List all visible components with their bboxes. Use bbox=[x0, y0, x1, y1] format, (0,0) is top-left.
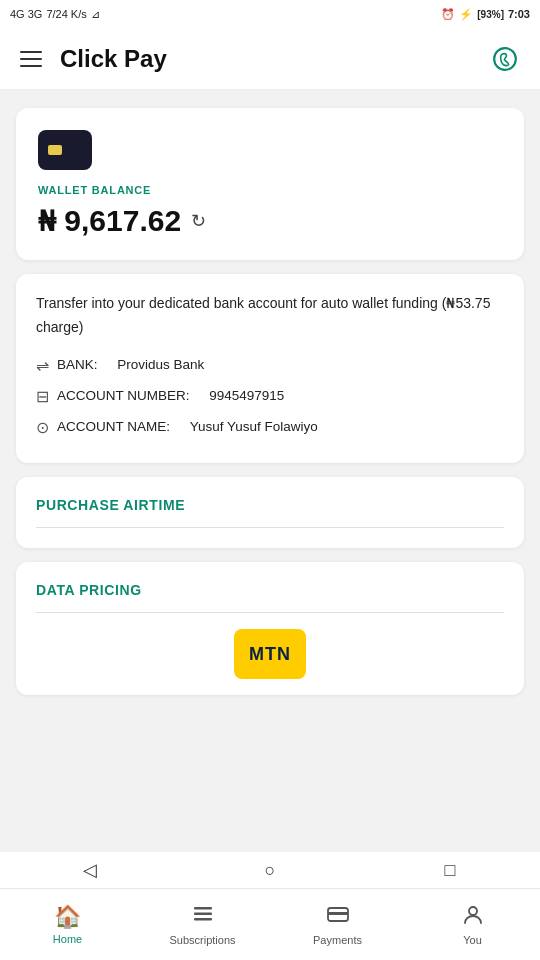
system-nav-bar: ◁ ○ □ bbox=[0, 852, 540, 888]
data-pricing-title: DATA PRICING bbox=[36, 582, 504, 598]
battery-icon: [93%] bbox=[477, 9, 504, 20]
wallet-icon bbox=[38, 130, 92, 170]
nav-you[interactable]: You bbox=[405, 889, 540, 960]
hamburger-line-1 bbox=[20, 51, 42, 53]
account-number-icon: ⊟ bbox=[36, 383, 49, 410]
status-left: 4G 3G 7/24 K/s ⊿ bbox=[10, 8, 100, 21]
hamburger-line-2 bbox=[20, 58, 42, 60]
direction-icon: ⊿ bbox=[91, 8, 100, 21]
balance-amount: 9,617.62 bbox=[64, 204, 181, 237]
wallet-chip bbox=[48, 145, 62, 155]
hamburger-line-3 bbox=[20, 65, 42, 67]
data-pricing-card[interactable]: DATA PRICING MTN bbox=[16, 562, 524, 695]
payments-label: Payments bbox=[313, 934, 362, 946]
home-label: Home bbox=[53, 933, 82, 945]
wallet-card: WALLET BALANCE ₦ 9,617.62 ↻ bbox=[16, 108, 524, 260]
refresh-balance-button[interactable]: ↻ bbox=[191, 212, 206, 230]
bank-description: Transfer into your dedicated bank accoun… bbox=[36, 292, 504, 340]
airtime-card[interactable]: PURCHASE AIRTIME bbox=[16, 477, 524, 548]
subscriptions-label: Subscriptions bbox=[169, 934, 235, 946]
payments-icon bbox=[327, 903, 349, 931]
svg-rect-3 bbox=[194, 918, 212, 921]
you-label: You bbox=[463, 934, 482, 946]
account-name-row: ⊙ ACCOUNT NAME: Yusuf Yusuf Folawiyo bbox=[36, 414, 504, 441]
main-content: WALLET BALANCE ₦ 9,617.62 ↻ Transfer int… bbox=[0, 90, 540, 795]
airtime-divider bbox=[36, 527, 504, 528]
alarm-icon: ⏰ bbox=[441, 8, 455, 21]
nav-subscriptions[interactable]: Subscriptions bbox=[135, 889, 270, 960]
account-number-label: ACCOUNT NUMBER: bbox=[57, 385, 190, 408]
profile-icon bbox=[462, 903, 484, 931]
bluetooth-icon: ⚡ bbox=[459, 8, 473, 21]
page-title: Click Pay bbox=[60, 45, 167, 73]
status-right: ⏰ ⚡ [93%] 7:03 bbox=[441, 8, 530, 21]
svg-point-6 bbox=[469, 907, 477, 915]
wallet-balance: ₦ 9,617.62 bbox=[38, 204, 181, 238]
airtime-title: PURCHASE AIRTIME bbox=[36, 497, 504, 513]
nav-home[interactable]: 🏠 Home bbox=[0, 889, 135, 960]
bank-name: Providus Bank bbox=[117, 354, 204, 377]
nav-payments[interactable]: Payments bbox=[270, 889, 405, 960]
network-icons: 4G 3G bbox=[10, 8, 42, 20]
wallet-balance-row: ₦ 9,617.62 ↻ bbox=[38, 204, 502, 238]
subscriptions-icon bbox=[192, 903, 214, 931]
svg-rect-2 bbox=[194, 913, 212, 916]
top-nav: Click Pay bbox=[0, 28, 540, 90]
bank-icon: ⇌ bbox=[36, 352, 49, 379]
account-number: 9945497915 bbox=[209, 385, 284, 408]
svg-rect-5 bbox=[328, 912, 348, 915]
mtn-logo-wrap: MTN bbox=[36, 613, 504, 695]
account-name-label: ACCOUNT NAME: bbox=[57, 416, 170, 439]
account-name: Yusuf Yusuf Folawiyo bbox=[190, 416, 318, 439]
bank-name-row: ⇌ BANK: Providus Bank bbox=[36, 352, 504, 379]
phone-icon bbox=[492, 46, 518, 72]
naira-symbol: ₦ bbox=[38, 206, 56, 237]
data-speed: 7/24 K/s bbox=[46, 8, 86, 20]
recents-button[interactable]: □ bbox=[430, 855, 470, 885]
home-button[interactable]: ○ bbox=[250, 855, 290, 885]
home-icon: 🏠 bbox=[54, 904, 81, 930]
account-number-row: ⊟ ACCOUNT NUMBER: 9945497915 bbox=[36, 383, 504, 410]
wallet-label: WALLET BALANCE bbox=[38, 184, 502, 196]
bank-info-card: Transfer into your dedicated bank accoun… bbox=[16, 274, 524, 463]
bottom-nav: 🏠 Home Subscriptions Payments bbox=[0, 888, 540, 960]
time-display: 7:03 bbox=[508, 8, 530, 20]
mtn-logo: MTN bbox=[234, 629, 306, 679]
bank-label: BANK: bbox=[57, 354, 98, 377]
status-bar: 4G 3G 7/24 K/s ⊿ ⏰ ⚡ [93%] 7:03 bbox=[0, 0, 540, 28]
back-button[interactable]: ◁ bbox=[70, 855, 110, 885]
account-name-icon: ⊙ bbox=[36, 414, 49, 441]
hamburger-button[interactable] bbox=[16, 47, 46, 71]
svg-rect-1 bbox=[194, 907, 212, 910]
phone-icon-button[interactable] bbox=[486, 40, 524, 78]
